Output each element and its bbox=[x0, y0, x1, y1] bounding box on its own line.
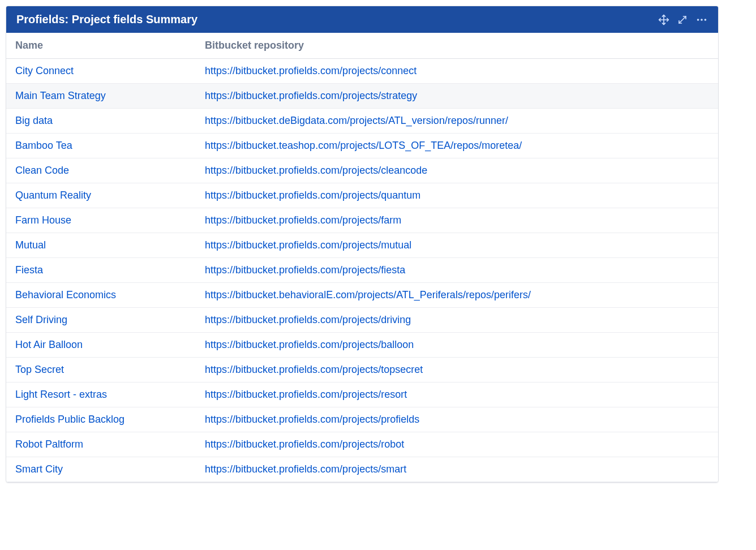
project-link[interactable]: Fiesta bbox=[15, 264, 43, 276]
repo-link[interactable]: https://bitbucket.profields.com/projects… bbox=[205, 165, 427, 176]
project-link[interactable]: Smart City bbox=[15, 463, 63, 475]
project-link[interactable]: Behavioral Economics bbox=[15, 289, 116, 300]
cell-name: Top Secret bbox=[6, 358, 196, 383]
cell-name: Farm House bbox=[6, 208, 196, 233]
project-link[interactable]: Clean Code bbox=[15, 165, 69, 176]
project-link[interactable]: City Connect bbox=[15, 65, 74, 76]
column-header-repo[interactable]: Bitbucket repository bbox=[196, 33, 718, 59]
table-header-row: Name Bitbucket repository bbox=[6, 33, 718, 59]
table-row: Quantum Realityhttps://bitbucket.profiel… bbox=[6, 183, 718, 208]
gadget-actions bbox=[658, 14, 708, 26]
cell-name: Robot Paltform bbox=[6, 432, 196, 457]
cell-repo: https://bitbucket.profields.com/projects… bbox=[196, 208, 718, 233]
table-row: Robot Paltformhttps://bitbucket.profield… bbox=[6, 432, 718, 457]
cell-repo: https://bitbucket.behavioralE.com/projec… bbox=[196, 283, 718, 308]
projects-table: Name Bitbucket repository City Connectht… bbox=[6, 33, 718, 482]
table-row: Light Resort - extrashttps://bitbucket.p… bbox=[6, 383, 718, 407]
table-row: Main Team Strategyhttps://bitbucket.prof… bbox=[6, 84, 718, 109]
svg-point-5 bbox=[705, 19, 707, 21]
project-link[interactable]: Robot Paltform bbox=[15, 439, 83, 450]
repo-link[interactable]: https://bitbucket.profields.com/projects… bbox=[205, 90, 417, 101]
cell-repo: https://bitbucket.teashop.com/projects/L… bbox=[196, 134, 718, 158]
cell-repo: https://bitbucket.profields.com/projects… bbox=[196, 457, 718, 482]
cell-name: Big data bbox=[6, 109, 196, 134]
repo-link[interactable]: https://bitbucket.behavioralE.com/projec… bbox=[205, 289, 531, 300]
column-header-name[interactable]: Name bbox=[6, 33, 196, 59]
repo-link[interactable]: https://bitbucket.profields.com/projects… bbox=[205, 389, 407, 400]
svg-point-3 bbox=[697, 19, 699, 21]
move-icon[interactable] bbox=[658, 14, 669, 25]
gadget-title: Profields: Project fields Summary bbox=[16, 13, 197, 26]
cell-name: City Connect bbox=[6, 59, 196, 84]
project-link[interactable]: Profields Public Backlog bbox=[15, 414, 124, 425]
more-icon[interactable] bbox=[695, 14, 708, 26]
table-row: Bamboo Teahttps://bitbucket.teashop.com/… bbox=[6, 134, 718, 158]
repo-link[interactable]: https://bitbucket.profields.com/projects… bbox=[205, 190, 420, 201]
cell-name: Behavioral Economics bbox=[6, 283, 196, 308]
project-link[interactable]: Top Secret bbox=[15, 364, 64, 375]
cell-name: Smart City bbox=[6, 457, 196, 482]
cell-repo: https://bitbucket.profields.com/projects… bbox=[196, 84, 718, 109]
repo-link[interactable]: https://bitbucket.profields.com/projects… bbox=[205, 314, 411, 325]
cell-name: Light Resort - extras bbox=[6, 383, 196, 407]
cell-name: Clean Code bbox=[6, 158, 196, 183]
project-link[interactable]: Quantum Reality bbox=[15, 190, 91, 201]
repo-link[interactable]: https://bitbucket.profields.com/projects… bbox=[205, 414, 419, 425]
cell-name: Bamboo Tea bbox=[6, 134, 196, 158]
repo-link[interactable]: https://bitbucket.profields.com/projects… bbox=[205, 364, 423, 375]
repo-link[interactable]: https://bitbucket.profields.com/projects… bbox=[205, 264, 405, 276]
table-row: Hot Air Balloonhttps://bitbucket.profiel… bbox=[6, 333, 718, 358]
cell-name: Main Team Strategy bbox=[6, 84, 196, 109]
table-row: Clean Codehttps://bitbucket.profields.co… bbox=[6, 158, 718, 183]
cell-repo: https://bitbucket.profields.com/projects… bbox=[196, 183, 718, 208]
cell-name: Fiesta bbox=[6, 258, 196, 283]
cell-repo: https://bitbucket.profields.com/projects… bbox=[196, 358, 718, 383]
table-row: Mutualhttps://bitbucket.profields.com/pr… bbox=[6, 233, 718, 258]
project-link[interactable]: Farm House bbox=[15, 214, 71, 226]
cell-repo: https://bitbucket.profields.com/projects… bbox=[196, 308, 718, 333]
project-link[interactable]: Bamboo Tea bbox=[15, 140, 72, 151]
cell-name: Profields Public Backlog bbox=[6, 407, 196, 432]
cell-repo: https://bitbucket.profields.com/projects… bbox=[196, 383, 718, 407]
repo-link[interactable]: https://bitbucket.profields.com/projects… bbox=[205, 239, 411, 251]
repo-link[interactable]: https://bitbucket.profields.com/projects… bbox=[205, 214, 401, 226]
project-link[interactable]: Hot Air Balloon bbox=[15, 339, 83, 350]
table-row: Farm Househttps://bitbucket.profields.co… bbox=[6, 208, 718, 233]
cell-repo: https://bitbucket.profields.com/projects… bbox=[196, 158, 718, 183]
table-row: Top Secrethttps://bitbucket.profields.co… bbox=[6, 358, 718, 383]
cell-name: Quantum Reality bbox=[6, 183, 196, 208]
cell-name: Mutual bbox=[6, 233, 196, 258]
table-row: City Connecthttps://bitbucket.profields.… bbox=[6, 59, 718, 84]
cell-name: Hot Air Balloon bbox=[6, 333, 196, 358]
project-link[interactable]: Light Resort - extras bbox=[15, 389, 107, 400]
repo-link[interactable]: https://bitbucket.profields.com/projects… bbox=[205, 439, 404, 450]
project-link[interactable]: Self Driving bbox=[15, 314, 67, 325]
svg-line-2 bbox=[679, 16, 686, 23]
repo-link[interactable]: https://bitbucket.teashop.com/projects/L… bbox=[205, 140, 522, 151]
cell-repo: https://bitbucket.profields.com/projects… bbox=[196, 258, 718, 283]
cell-repo: https://bitbucket.deBigdata.com/projects… bbox=[196, 109, 718, 134]
project-link[interactable]: Main Team Strategy bbox=[15, 90, 106, 101]
table-row: Smart Cityhttps://bitbucket.profields.co… bbox=[6, 457, 718, 482]
table-row: Fiestahttps://bitbucket.profields.com/pr… bbox=[6, 258, 718, 283]
cell-repo: https://bitbucket.profields.com/projects… bbox=[196, 407, 718, 432]
project-link[interactable]: Mutual bbox=[15, 239, 46, 251]
repo-link[interactable]: https://bitbucket.profields.com/projects… bbox=[205, 339, 414, 350]
table-row: Profields Public Backloghttps://bitbucke… bbox=[6, 407, 718, 432]
svg-point-4 bbox=[701, 19, 703, 21]
cell-repo: https://bitbucket.profields.com/projects… bbox=[196, 233, 718, 258]
gadget-header: Profields: Project fields Summary bbox=[6, 6, 718, 33]
repo-link[interactable]: https://bitbucket.profields.com/projects… bbox=[205, 463, 406, 475]
cell-repo: https://bitbucket.profields.com/projects… bbox=[196, 59, 718, 84]
table-row: Behavioral Economicshttps://bitbucket.be… bbox=[6, 283, 718, 308]
repo-link[interactable]: https://bitbucket.deBigdata.com/projects… bbox=[205, 115, 508, 126]
cell-repo: https://bitbucket.profields.com/projects… bbox=[196, 432, 718, 457]
cell-repo: https://bitbucket.profields.com/projects… bbox=[196, 333, 718, 358]
cell-name: Self Driving bbox=[6, 308, 196, 333]
project-link[interactable]: Big data bbox=[15, 115, 53, 126]
table-row: Self Drivinghttps://bitbucket.profields.… bbox=[6, 308, 718, 333]
maximize-icon[interactable] bbox=[677, 15, 688, 25]
table-row: Big datahttps://bitbucket.deBigdata.com/… bbox=[6, 109, 718, 134]
repo-link[interactable]: https://bitbucket.profields.com/projects… bbox=[205, 65, 416, 76]
gadget: Profields: Project fields Summary Name B… bbox=[6, 6, 719, 483]
